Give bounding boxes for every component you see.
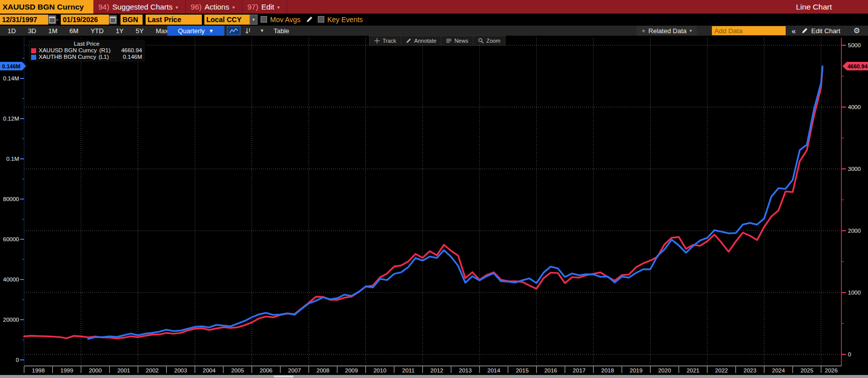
year-label: 1999	[60, 367, 73, 373]
zoom-button[interactable]: Zoom	[473, 36, 505, 45]
menu-edit[interactable]: 97) Edit ▾	[242, 0, 288, 14]
axis-settings-button[interactable]	[242, 26, 254, 35]
calendar-icon[interactable]	[109, 15, 117, 24]
legend-row-xauusd[interactable]: XAUUSD BGN Curncy (R1) 4660.94	[31, 47, 142, 54]
year-label: 2012	[430, 367, 443, 373]
chart-toolbar: 1D3D1M6MYTD1Y5YMax Quarterly ▼ ▼ Table +…	[0, 26, 868, 36]
legend-last-value: 4660.94	[121, 47, 142, 54]
menu-label: Edit	[261, 3, 274, 11]
year-label: 2005	[231, 367, 244, 373]
mov-avgs-label[interactable]: Mov Avgs	[270, 15, 300, 25]
left-axis-tick-label: 0.1M	[6, 156, 19, 162]
horizontal-scrollbar[interactable]	[0, 375, 868, 378]
year-label: 2019	[630, 367, 643, 373]
related-data-button[interactable]: + Related Data ▾	[637, 26, 697, 36]
edit-chart-button[interactable]: Edit Chart	[801, 26, 840, 36]
price-field-input[interactable]: Last Price	[146, 15, 202, 25]
menu-number: 96)	[191, 3, 202, 11]
year-label: 2026	[825, 367, 838, 373]
line-chart-type-button[interactable]	[227, 26, 240, 35]
year-label: 2022	[715, 367, 728, 373]
collapse-panel-button[interactable]: «	[788, 26, 799, 36]
pricing-source-input[interactable]: BGN	[120, 15, 143, 25]
year-label: 2018	[601, 367, 614, 373]
range-tab-6m[interactable]: 6M	[67, 27, 81, 35]
year-label: 2024	[772, 367, 785, 373]
range-tab-1m[interactable]: 1M	[46, 27, 60, 35]
bloomberg-terminal-window: XAUUSD BGN Curncy 94) Suggested Charts ▾…	[0, 0, 868, 378]
right-axis-tick-label: 4000	[848, 104, 861, 110]
chart-legend[interactable]: Last Price XAUUSD BGN Curncy (R1) 4660.9…	[29, 40, 145, 62]
title-bar: XAUUSD BGN Curncy 94) Suggested Charts ▾…	[0, 0, 868, 14]
table-button[interactable]: Table	[274, 26, 289, 36]
line-chart-icon	[229, 28, 238, 34]
up-down-arrows-icon	[244, 27, 252, 34]
start-date-input[interactable]: 12/31/1997	[0, 15, 48, 25]
left-axis-tick-label: 0	[16, 357, 19, 363]
range-tab-3d[interactable]: 3D	[26, 27, 39, 35]
year-label: 2004	[203, 367, 216, 373]
key-events-label[interactable]: Key Events	[327, 15, 363, 25]
left-axis-tick-label: 0.12M	[3, 116, 19, 122]
range-tab-1d[interactable]: 1D	[5, 27, 19, 35]
currency-select[interactable]: Local CCY	[204, 15, 250, 25]
year-label: 2014	[487, 367, 501, 373]
add-data-input[interactable]	[712, 26, 786, 35]
currency-dropdown-icon[interactable]: ▾	[250, 15, 258, 25]
news-button[interactable]: News	[441, 36, 473, 45]
security-ticker[interactable]: XAUUSD BGN Curncy	[0, 0, 93, 14]
right-axis-tick-label: 0	[848, 351, 851, 357]
scrollbar-thumb[interactable]	[274, 375, 294, 377]
calendar-icon[interactable]	[48, 15, 56, 24]
view-title: Line Chart	[796, 0, 832, 14]
range-tabs: 1D3D1M6MYTD1Y5YMax	[5, 26, 171, 36]
gear-icon[interactable]: ⚙	[853, 26, 860, 36]
track-button[interactable]: Track	[369, 36, 401, 45]
range-tab-1y[interactable]: 1Y	[113, 27, 126, 35]
year-label: 2015	[516, 367, 529, 373]
range-tab-5y[interactable]: 5Y	[133, 27, 146, 35]
year-label: 2008	[317, 367, 330, 373]
year-label: 2001	[117, 367, 131, 373]
right-axis-tick-label: 2000	[848, 228, 861, 234]
year-label: 2021	[687, 367, 700, 373]
annotate-pencil-icon	[406, 38, 412, 44]
year-label: 2010	[374, 367, 387, 373]
year-label: 2002	[146, 367, 159, 373]
menu-label: Suggested Charts	[112, 3, 173, 11]
menu-label: Actions	[204, 3, 229, 11]
menu-actions[interactable]: 96) Actions ▾	[186, 0, 242, 14]
right-axis-tick-label: 5000	[848, 42, 861, 48]
plus-icon: +	[642, 27, 646, 35]
left-axis-tick-label: 0.14M	[3, 75, 19, 81]
menu-suggested-charts[interactable]: 94) Suggested Charts ▾	[93, 0, 186, 14]
year-label: 2013	[459, 367, 472, 373]
year-label: 1998	[32, 367, 45, 373]
chevron-down-icon: ▾	[232, 5, 235, 10]
left-axis-tick-label: 20000	[3, 317, 19, 323]
chart-type-dropdown[interactable]: ▼	[256, 26, 269, 35]
dropdown-triangle-icon: ▼	[209, 28, 214, 34]
legend-row-xauthb[interactable]: XAUTHB BGN Curncy (L1) 0.146M	[31, 54, 142, 60]
key-events-checkbox[interactable]	[318, 16, 324, 23]
range-tab-ytd[interactable]: YTD	[88, 27, 106, 35]
year-label: 2007	[288, 367, 301, 373]
year-label: 2003	[174, 367, 187, 373]
period-select[interactable]: Quarterly ▼	[167, 26, 224, 36]
right-axis-last-price-marker: 4660.94	[842, 62, 868, 70]
settings-bar: 12/31/1997 - 01/19/2026 BGN Last Price L…	[0, 14, 868, 26]
end-date-input[interactable]: 01/19/2026	[61, 15, 109, 25]
year-label: 2017	[573, 367, 586, 373]
mov-avgs-checkbox[interactable]	[261, 16, 267, 23]
price-chart-canvas[interactable]: 0200004000060000800000.1M0.12M0.14M01000…	[0, 36, 868, 378]
chevron-down-icon: ▾	[176, 5, 178, 10]
legend-title: Last Price	[31, 41, 142, 47]
year-label: 2011	[402, 367, 415, 373]
red-series-swatch	[31, 48, 36, 53]
pencil-icon[interactable]	[306, 16, 313, 23]
left-axis-tick-label: 80000	[3, 196, 19, 202]
edit-chart-label: Edit Chart	[811, 27, 840, 35]
right-axis-tick-label: 3000	[848, 166, 861, 172]
annotate-button[interactable]: Annotate	[401, 36, 441, 45]
year-label: 2009	[345, 367, 358, 373]
